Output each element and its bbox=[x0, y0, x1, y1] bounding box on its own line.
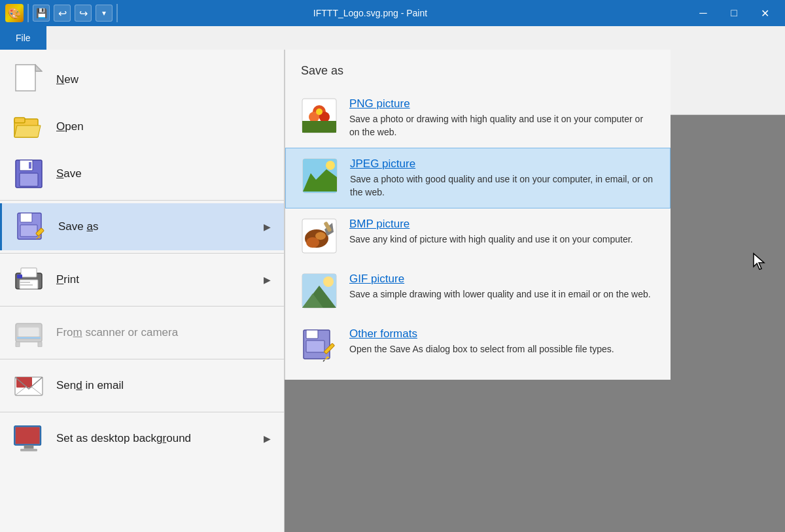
svg-rect-9 bbox=[29, 162, 31, 169]
bmp-desc: Save any kind of picture with high quali… bbox=[349, 234, 633, 244]
other-title: Other formats bbox=[349, 327, 655, 341]
svg-rect-11 bbox=[20, 213, 32, 222]
separator-5 bbox=[0, 412, 284, 412]
separator-3 bbox=[0, 306, 284, 307]
close-btn[interactable]: ✕ bbox=[750, 3, 780, 23]
separator-4 bbox=[0, 359, 284, 359]
svg-marker-5 bbox=[14, 125, 41, 137]
new-label: New bbox=[56, 73, 78, 86]
svg-rect-22 bbox=[18, 327, 39, 338]
undo-btn[interactable]: ↩ bbox=[54, 5, 71, 22]
saveas-item-jpeg[interactable]: JPEG picture Save a photo with good qual… bbox=[285, 148, 671, 208]
jpeg-text: JPEG picture Save a photo with good qual… bbox=[350, 158, 654, 199]
saveas-item-png[interactable]: PNG picture Save a photo or drawing with… bbox=[285, 88, 671, 148]
svg-rect-33 bbox=[24, 445, 34, 449]
other-text: Other formats Open the Save As dialog bo… bbox=[349, 327, 655, 356]
menu-item-desktop[interactable]: Set as desktop background ▶ bbox=[0, 415, 284, 462]
bmp-text: BMP picture Save any kind of picture wit… bbox=[349, 218, 655, 246]
svg-point-45 bbox=[326, 161, 335, 170]
main-content: New Open Save bbox=[0, 50, 785, 532]
gif-title: GIF picture bbox=[349, 273, 655, 286]
svg-rect-17 bbox=[21, 268, 37, 277]
svg-rect-35 bbox=[18, 429, 35, 441]
save-as-icon bbox=[15, 211, 46, 242]
bmp-icon bbox=[301, 218, 338, 254]
print-label: Print bbox=[56, 273, 79, 286]
title-bar: 🎨 💾 ↩ ↪ ▾ IFTTT_Logo.svg.png - Paint ─ □… bbox=[0, 0, 785, 26]
desktop-label: Set as desktop background bbox=[56, 432, 191, 445]
menu-item-save[interactable]: Save bbox=[0, 150, 284, 197]
gif-desc: Save a simple drawing with lower quality… bbox=[349, 289, 651, 299]
save-as-label: Save as bbox=[58, 220, 98, 233]
minimize-btn[interactable]: ─ bbox=[688, 3, 718, 23]
saveas-item-bmp[interactable]: BMP picture Save any kind of picture wit… bbox=[285, 208, 671, 263]
svg-rect-0 bbox=[16, 65, 35, 91]
menu-item-open[interactable]: Open bbox=[0, 103, 284, 150]
gif-icon bbox=[301, 273, 338, 309]
file-menu-tab[interactable]: File bbox=[0, 26, 46, 50]
scanner-label: From scanner or camera bbox=[56, 326, 178, 339]
dropdown-btn[interactable]: ▾ bbox=[96, 5, 113, 22]
menu-item-new[interactable]: New bbox=[0, 56, 284, 103]
menu-item-save-as[interactable]: Save as ▶ bbox=[0, 203, 284, 250]
menu-item-scanner: From scanner or camera bbox=[0, 309, 284, 356]
svg-rect-20 bbox=[20, 284, 33, 286]
saveas-title: Save as bbox=[285, 56, 671, 88]
svg-rect-18 bbox=[17, 274, 22, 278]
new-icon bbox=[13, 64, 44, 95]
scanner-icon bbox=[13, 317, 44, 348]
svg-rect-12 bbox=[20, 225, 37, 237]
menu-item-email[interactable]: Send in email bbox=[0, 362, 284, 409]
svg-rect-25 bbox=[16, 342, 20, 347]
save-label: Save bbox=[56, 167, 82, 180]
png-text: PNG picture Save a photo or drawing with… bbox=[349, 97, 655, 139]
print-arrow: ▶ bbox=[264, 274, 271, 285]
open-label: Open bbox=[56, 120, 84, 133]
desktop-arrow: ▶ bbox=[264, 433, 271, 444]
save-as-arrow: ▶ bbox=[264, 222, 271, 232]
file-menu-panel: New Open Save bbox=[0, 50, 285, 532]
separator-1 bbox=[0, 200, 284, 201]
saveas-item-other[interactable]: Other formats Open the Save As dialog bo… bbox=[285, 318, 671, 373]
print-icon bbox=[13, 264, 44, 295]
bmp-title: BMP picture bbox=[349, 218, 655, 231]
email-label: Send in email bbox=[56, 379, 124, 392]
svg-point-41 bbox=[316, 108, 323, 115]
other-icon bbox=[301, 327, 338, 364]
save-quick-btn[interactable]: 💾 bbox=[33, 5, 50, 22]
window-title: IFTTT_Logo.svg.png - Paint bbox=[122, 8, 619, 18]
png-icon bbox=[301, 97, 338, 134]
jpeg-icon bbox=[302, 158, 338, 194]
jpeg-title: JPEG picture bbox=[350, 158, 654, 171]
svg-rect-58 bbox=[306, 330, 318, 339]
svg-line-62 bbox=[323, 360, 324, 361]
saveas-panel: Save as PNG picture Save a photo or draw… bbox=[285, 50, 671, 380]
saveas-item-gif[interactable]: GIF picture Save a simple drawing with l… bbox=[285, 263, 671, 318]
open-icon bbox=[13, 111, 44, 142]
svg-rect-59 bbox=[306, 341, 324, 352]
separator-2 bbox=[0, 253, 284, 254]
separator2 bbox=[116, 4, 118, 22]
svg-rect-8 bbox=[20, 173, 38, 186]
app-icon: 🎨 bbox=[5, 4, 24, 22]
svg-rect-40 bbox=[302, 121, 336, 133]
redo-btn[interactable]: ↪ bbox=[75, 5, 92, 22]
desktop-icon bbox=[13, 423, 44, 454]
svg-rect-26 bbox=[38, 342, 42, 347]
menu-item-print[interactable]: Print ▶ bbox=[0, 256, 284, 303]
png-title: PNG picture bbox=[349, 97, 655, 110]
jpeg-desc: Save a photo with good quality and use i… bbox=[350, 174, 653, 197]
other-desc: Open the Save As dialog box to select fr… bbox=[349, 344, 614, 354]
email-icon bbox=[13, 370, 44, 401]
svg-point-56 bbox=[323, 276, 334, 287]
menu-bar: File bbox=[0, 26, 785, 50]
gif-text: GIF picture Save a simple drawing with l… bbox=[349, 273, 655, 301]
svg-rect-4 bbox=[14, 118, 25, 123]
maximize-btn[interactable]: □ bbox=[719, 3, 749, 23]
save-icon bbox=[13, 158, 44, 190]
svg-rect-34 bbox=[20, 449, 37, 452]
png-desc: Save a photo or drawing with high qualit… bbox=[349, 114, 643, 137]
separator bbox=[27, 4, 29, 22]
window-controls: ─ □ ✕ bbox=[688, 3, 780, 23]
svg-rect-28 bbox=[16, 377, 32, 388]
